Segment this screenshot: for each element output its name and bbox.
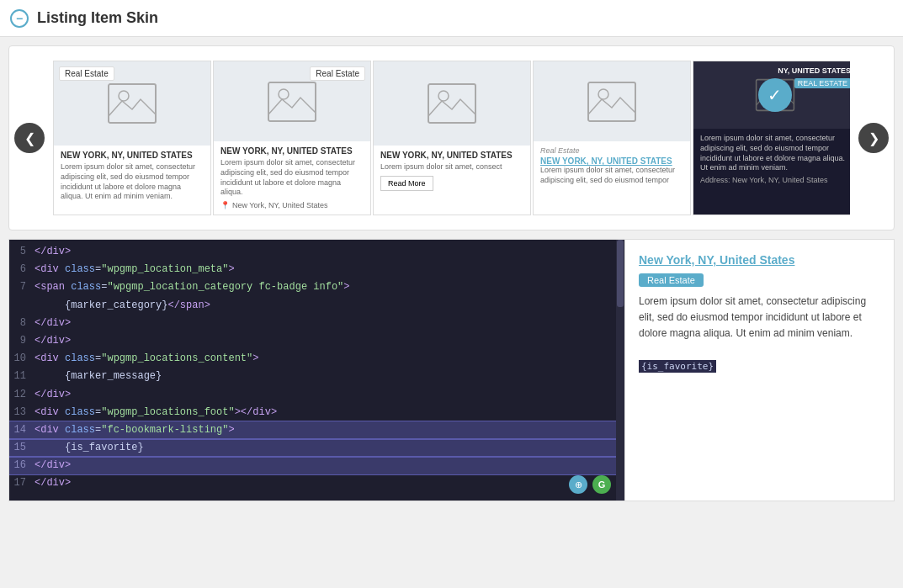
card-title-1: NEW YORK, NY, UNITED STATES (61, 151, 204, 160)
card-text-1: Lorem ipsum dolor sit amet, consectetur … (61, 162, 204, 202)
carousel-next-button[interactable]: ❯ (858, 123, 889, 153)
preview-var: {is_favorite} (639, 360, 716, 373)
code-editor[interactable]: 5 </div> 6 <div class="wpgmp_location_me… (9, 240, 624, 501)
bottom-section: 5 </div> 6 <div class="wpgmp_location_me… (8, 239, 895, 501)
code-line-13: 13 <div class="wpgmp_locations_foot"></d… (9, 404, 624, 421)
skin-card-5-default[interactable]: Default ✓ NY, UNITED STATES REAL ESTATE … (693, 61, 850, 215)
skin-card-2[interactable]: Real Estate NEW YORK, NY, UNITED STATES … (213, 61, 371, 215)
code-line-5: 5 </div> (9, 243, 624, 261)
carousel-prev-button[interactable]: ❮ (14, 123, 45, 153)
selected-checkmark: ✓ (758, 78, 792, 112)
skin-card-4[interactable]: Real Estate NEW YORK, NY, UNITED STATES … (533, 61, 691, 215)
card-title-3: NEW YORK, NY, UNITED STATES (380, 151, 523, 160)
code-line-8: 8 </div> (9, 315, 624, 332)
code-tools: ⊕ G (569, 475, 611, 494)
code-line-14: 14 <div class="fc-bookmark-listing"> (9, 421, 624, 439)
svg-point-5 (438, 91, 449, 101)
code-line-10: 10 <div class="wpgmp_locations_content"> (9, 350, 624, 368)
preview-badge: Real Estate (639, 273, 704, 287)
code-line-17: 17 </div> (9, 474, 624, 492)
card-sub-badge: REAL ESTATE (794, 78, 850, 88)
svg-point-3 (279, 89, 289, 99)
card-badge-2: Real Estate (310, 66, 365, 81)
skin-card-3[interactable]: NEW YORK, NY, UNITED STATES Lorem ipsum … (373, 61, 531, 215)
skin-card-1[interactable]: Real Estate NEW YORK, NY, UNITED STATES … (53, 61, 211, 215)
carousel-section: ❮ Real Estate NEW YORK, NY, UNITED STATE… (8, 45, 895, 230)
code-line-12: 12 </div> (9, 386, 624, 404)
svg-rect-6 (588, 82, 635, 121)
card-badge-1: Real Estate (59, 66, 114, 81)
card-text-4: Lorem ipsum dolor sit amet, consectetur … (540, 166, 683, 185)
svg-rect-2 (268, 82, 316, 121)
code-line-7: 7 <span class="wpgmp_location_category f… (9, 278, 624, 296)
svg-rect-4 (428, 84, 475, 123)
preview-panel: New York, NY, United States Real Estate … (624, 240, 894, 501)
card-address-5: Address: New York, NY, United States (700, 176, 849, 184)
card-location-overlay: NY, UNITED STATES (778, 66, 850, 75)
svg-rect-0 (109, 84, 156, 123)
card-title-4[interactable]: NEW YORK, NY, UNITED STATES (540, 156, 683, 166)
card-title-2: NEW YORK, NY, UNITED STATES (220, 146, 364, 156)
card-text-5: Lorem ipsum dolor sit amet, consectetur … (700, 134, 849, 173)
code-scrollbar[interactable] (616, 240, 624, 501)
collapse-icon[interactable]: − (10, 9, 29, 28)
preview-text: Lorem ipsum dolor sit amet, consectetur … (639, 294, 880, 374)
code-tool-1[interactable]: ⊕ (569, 475, 587, 494)
card-text-2: Lorem ipsum dolor sit amet, consectetur … (220, 158, 364, 198)
read-more-button-3[interactable]: Read More (380, 176, 433, 191)
code-line-11: 11 {marker_message} (9, 368, 624, 385)
code-line-16: 16 </div> (9, 457, 624, 474)
code-line-6: 6 <div class="wpgmp_location_meta"> (9, 261, 624, 278)
code-line-15: 15 {is_favorite} (9, 439, 624, 457)
code-scrollbar-thumb (617, 240, 624, 307)
code-line-7b: {marker_category}</span> (9, 297, 624, 315)
card-text-3: Lorem ipsum dolor sit amet, consect (380, 162, 523, 172)
card-badge-4: Real Estate (540, 146, 683, 155)
svg-point-1 (119, 91, 129, 101)
preview-link[interactable]: New York, NY, United States (639, 253, 794, 267)
header: − Listing Item Skin (0, 0, 903, 37)
svg-point-7 (598, 89, 608, 99)
code-line-9: 9 </div> (9, 332, 624, 350)
cards-container: Real Estate NEW YORK, NY, UNITED STATES … (53, 61, 850, 215)
page-title: Listing Item Skin (37, 9, 158, 27)
code-tool-2[interactable]: G (592, 475, 611, 494)
card-location-2: 📍 New York, NY, United States (220, 201, 364, 209)
